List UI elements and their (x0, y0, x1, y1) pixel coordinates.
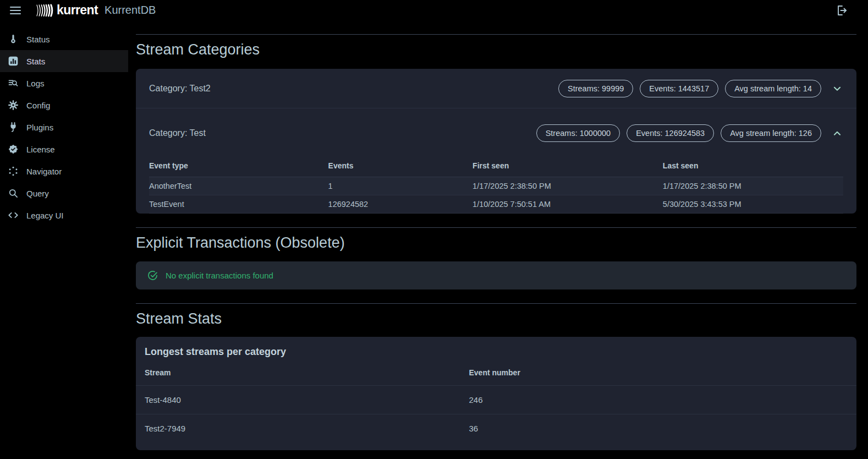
category-row-test[interactable]: Category: Test Streams: 1000000 Events: … (136, 108, 856, 158)
section-divider (136, 34, 856, 35)
kurrent-logo-waves-icon (35, 4, 54, 17)
avg-stream-length-badge: Avg stream length: 14 (725, 80, 821, 97)
sidebar-item-navigator[interactable]: Navigator (0, 160, 128, 182)
last-seen-cell: 1/17/2025 2:38:50 PM (663, 177, 843, 195)
thermometer-icon (7, 33, 19, 45)
no-transactions-message: No explicit transactions found (166, 271, 273, 280)
event-type-cell: TestEvent (149, 195, 328, 214)
event-type-table: Event type Events First seen Last seen A… (149, 158, 843, 214)
column-header-first-seen: First seen (473, 158, 663, 177)
explicit-transactions-heading: Explicit Transactions (Obsolete) (136, 234, 856, 252)
sidebar-item-label: Legacy UI (26, 211, 64, 220)
hamburger-menu-icon[interactable] (9, 4, 22, 17)
sidebar-item-label: License (26, 145, 55, 154)
sidebar-item-query[interactable]: Query (0, 182, 128, 204)
search-icon (7, 187, 19, 199)
sidebar-item-config[interactable]: Config (0, 94, 128, 116)
event-number-cell: 246 (460, 386, 857, 414)
avg-stream-length-badge: Avg stream length: 126 (721, 124, 821, 142)
sidebar-item-logs[interactable]: Logs (0, 72, 128, 94)
sidebar-item-license[interactable]: License (0, 138, 128, 160)
stream-stats-card: Longest streams per category Stream Even… (136, 337, 856, 450)
stream-stats-heading: Stream Stats (136, 310, 856, 327)
event-number-cell: 36 (460, 414, 857, 443)
longest-streams-table: Stream Event number Test-4840 246 Test2-… (136, 358, 856, 442)
event-type-cell: AnotherTest (149, 177, 328, 195)
main-content: Stream Categories Category: Test2 Stream… (136, 20, 856, 450)
first-seen-cell: 1/17/2025 2:38:50 PM (473, 177, 663, 195)
events-cell: 126924582 (328, 195, 473, 214)
sidebar-item-label: Stats (26, 57, 45, 66)
chevron-down-icon[interactable] (831, 83, 843, 95)
sidebar-item-label: Config (26, 101, 50, 110)
table-row: TestEvent 126924582 1/10/2025 7:50:51 AM… (149, 195, 843, 214)
longest-streams-card-title: Longest streams per category (136, 337, 856, 358)
last-seen-cell: 5/30/2025 3:43:53 PM (663, 195, 843, 214)
kurrent-logo-text: kurrent (57, 3, 98, 18)
chevron-up-icon[interactable] (831, 127, 843, 139)
category-label: Category: Test2 (149, 84, 211, 94)
explicit-transactions-card: No explicit transactions found (136, 261, 856, 289)
streams-count-badge: Streams: 99999 (558, 80, 633, 97)
stream-name-cell: Test2-7949 (136, 414, 460, 443)
kurrent-logo[interactable]: kurrent (35, 3, 98, 18)
table-row: Test-4840 246 (136, 386, 856, 414)
events-count-badge: Events: 126924583 (627, 124, 714, 142)
sidebar-item-stats[interactable]: Stats (0, 50, 128, 72)
plug-icon (7, 121, 19, 133)
section-divider (136, 227, 856, 228)
sidebar-item-legacy-ui[interactable]: Legacy UI (0, 204, 128, 226)
column-header-last-seen: Last seen (663, 158, 843, 177)
sidebar-item-label: Status (26, 35, 50, 44)
bar-chart-icon (7, 55, 19, 67)
logout-icon[interactable] (835, 4, 848, 17)
app-title: KurrentDB (105, 4, 156, 17)
sidebar-item-label: Query (26, 189, 49, 198)
check-circle-icon (147, 270, 158, 281)
sidebar-item-label: Logs (26, 79, 45, 88)
table-row: AnotherTest 1 1/17/2025 2:38:50 PM 1/17/… (149, 177, 843, 195)
column-header-event-type: Event type (149, 158, 328, 177)
license-badge-icon (7, 143, 19, 155)
sidebar: Status Stats Logs (0, 20, 128, 226)
events-count-badge: Events: 1443517 (640, 80, 718, 97)
table-row: Test2-7949 36 (136, 414, 856, 443)
sidebar-item-status[interactable]: Status (0, 28, 128, 50)
stream-categories-card: Category: Test2 Streams: 99999 Events: 1… (136, 69, 856, 214)
log-search-icon (7, 77, 19, 89)
sidebar-item-label: Navigator (26, 167, 62, 176)
category-label: Category: Test (149, 128, 206, 138)
column-header-stream: Stream (136, 358, 460, 386)
stream-name-cell: Test-4840 (136, 386, 460, 414)
category-row-test2[interactable]: Category: Test2 Streams: 99999 Events: 1… (136, 69, 856, 108)
events-cell: 1 (328, 177, 473, 195)
table-header-row: Stream Event number (136, 358, 856, 386)
code-brackets-icon (7, 209, 19, 221)
streams-count-badge: Streams: 1000000 (536, 124, 620, 142)
gear-icon (7, 99, 19, 111)
first-seen-cell: 1/10/2025 7:50:51 AM (473, 195, 663, 214)
stream-categories-heading: Stream Categories (136, 41, 856, 58)
column-header-events: Events (328, 158, 473, 177)
navigator-dots-icon (7, 165, 19, 177)
sidebar-item-label: Plugins (26, 123, 53, 132)
table-header-row: Event type Events First seen Last seen (149, 158, 843, 177)
sidebar-item-plugins[interactable]: Plugins (0, 116, 128, 138)
section-divider (136, 303, 856, 304)
column-header-event-number: Event number (460, 358, 857, 386)
app-header: kurrent KurrentDB (0, 0, 868, 20)
